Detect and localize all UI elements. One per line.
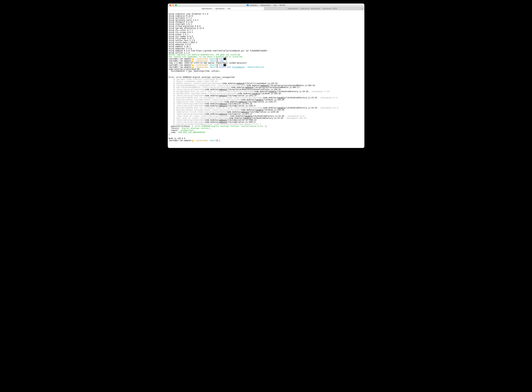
traffic-lights (168, 4, 177, 6)
window-title-text: mastodon — ~/g/mastodon — -fish — 203×63 (250, 4, 285, 6)
muscle-icon: 💪 (192, 58, 194, 60)
tab-bar: ~/git/mastodon — ~/g/mastodon — -fish ~/… (168, 7, 364, 10)
new-tab-button[interactable]: + (360, 7, 364, 10)
muscle-icon: 💪 (192, 140, 194, 141)
terminal-body[interactable]: Using simplecov_json_formatter 0.1.4 Usi… (168, 10, 364, 148)
code-line: code: 'ERR_OSSL_EVP_UNSUPPORTED' (169, 131, 206, 134)
minimize-icon[interactable] (172, 4, 174, 6)
terminal-window: mastodon — ~/g/mastodon — -fish — 203×63… (168, 4, 364, 148)
zoom-icon[interactable] (175, 4, 177, 6)
muscle-icon: 💪 (192, 66, 194, 68)
close-icon[interactable] (169, 4, 171, 6)
window-title: mastodon — ~/g/mastodon — -fish — 203×63 (168, 4, 364, 6)
tab-inactive[interactable]: ~/git/mastodon — redis-server ~/g/mastod… (264, 7, 360, 10)
tab-active[interactable]: ~/git/mastodon — ~/g/mastodon — -fish (168, 7, 264, 10)
cursor-icon (219, 140, 220, 141)
folder-icon (247, 5, 249, 6)
muscle-icon: 💪 (192, 64, 194, 66)
brace: } (169, 133, 170, 135)
titlebar[interactable]: mastodon — ~/g/mastodon — -fish — 203×63 (168, 4, 364, 7)
prompt-line[interactable]: [aaron@tc-lan-adapter💪 ~/g/mastodon (mai… (169, 139, 220, 142)
muscle-icon: 💪 (192, 60, 194, 62)
node-caret: ^ (169, 72, 190, 74)
